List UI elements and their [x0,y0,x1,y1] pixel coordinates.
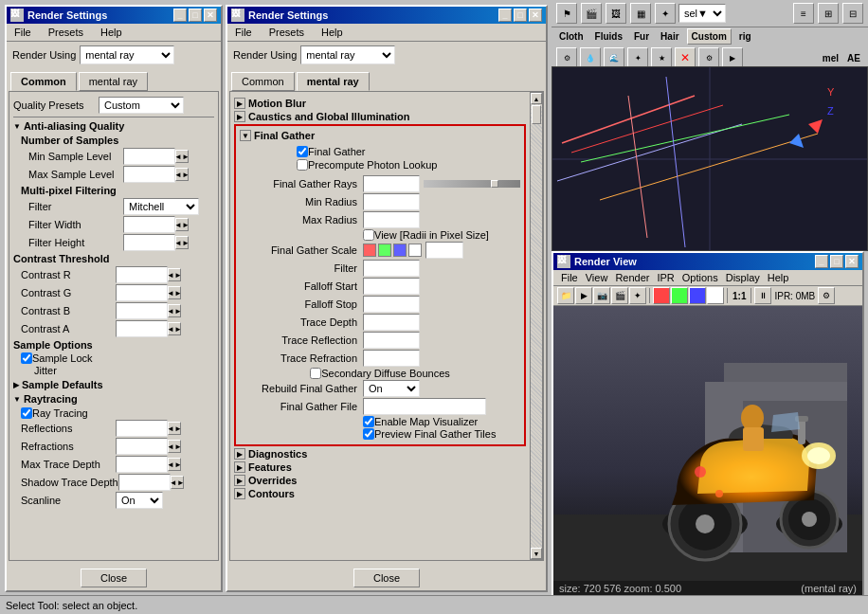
features-section[interactable]: ▶ Features [234,461,526,473]
filter-select[interactable]: Mitchell [123,198,199,215]
diagnostics-section[interactable]: ▶ Diagnostics [234,448,526,460]
fluids-menu[interactable]: Fluids [591,29,626,44]
maya-icon-render[interactable]: 🖼 [606,3,626,24]
ray-tracing-checkbox[interactable] [21,407,32,419]
maya-icon-right3[interactable]: ⊟ [842,3,863,24]
rv-icon-blue[interactable] [689,287,706,304]
min-sample-input[interactable]: 0 [123,148,175,165]
right-maximize-button[interactable]: □ [514,9,527,22]
ae-button[interactable]: AE [843,51,864,65]
secondary-diffuse-checkbox[interactable] [310,368,321,379]
contrast-a-input[interactable]: 0.100 [116,320,168,337]
scroll-thumb[interactable] [532,105,541,124]
maya-icon-right1[interactable]: ≡ [793,3,814,24]
select-mode-dropdown[interactable]: sel▼ [678,4,726,23]
cloth-menu[interactable]: Cloth [555,29,588,44]
precompute-checkbox[interactable] [297,159,308,171]
mel-button[interactable]: mel [819,51,842,65]
left-render-using-select[interactable]: mental ray [80,45,174,64]
trace-refraction-input[interactable]: 1 [363,350,420,367]
final-gather-checkbox[interactable] [297,146,308,157]
right-render-using-select[interactable]: mental ray [300,45,395,64]
left-menu-help[interactable]: Help [97,26,126,39]
final-gather-rays-slider[interactable] [424,180,520,188]
maya-icon-c[interactable]: 🌊 [604,47,624,68]
rv-icon-red[interactable] [653,287,670,304]
fg-file-input[interactable]: default/fgmap [363,398,486,415]
scanline-select[interactable]: On [116,492,163,509]
maya-icon-right2[interactable]: ⊞ [818,3,839,24]
right-close-button[interactable]: Close [353,569,420,587]
right-scrollbar[interactable]: ▲ ▼ [530,92,543,560]
overrides-section[interactable]: ▶ Overrides [234,475,526,486]
rv-icon-snap[interactable]: ✦ [629,287,646,304]
final-gather-header[interactable]: ▼ Final Gather [240,130,520,141]
right-tab-mental-ray[interactable]: mental ray [297,72,370,91]
sample-lock-checkbox[interactable] [21,352,32,364]
rv-close-button[interactable]: ✕ [845,255,859,268]
rv-menu-help[interactable]: Help [764,271,793,284]
maya-icon-e[interactable]: ★ [651,47,672,68]
final-gather-scale-input[interactable] [425,242,463,259]
right-tab-common[interactable]: Common [231,72,295,91]
view-radii-checkbox[interactable] [363,229,374,241]
final-gather-rays-input[interactable]: 2100 [363,175,420,192]
left-minimize-button[interactable]: _ [173,9,187,22]
maya-icon-3[interactable]: ▦ [630,3,651,24]
maya-icon-b[interactable]: 💧 [580,47,601,68]
maya-icon-a[interactable]: ⚙ [556,47,577,68]
swatch-r[interactable] [363,244,376,257]
left-menu-presets[interactable]: Presets [45,26,87,39]
filter-height-arrow[interactable]: ◄► [175,236,189,249]
contrast-r-arrow[interactable]: ◄► [168,268,181,281]
right-menu-file[interactable]: File [231,26,256,39]
trace-depth-input[interactable]: 2 [363,314,420,331]
contrast-g-input[interactable]: 0.100 [116,284,168,301]
rv-icon-film[interactable]: 🎬 [611,287,628,304]
max-trace-depth-input[interactable]: 2 [116,456,168,473]
maya-icon-d[interactable]: ✦ [627,47,648,68]
max-radius-input[interactable]: 474.000 [363,211,420,228]
left-close-button[interactable]: ✕ [204,9,217,22]
rv-icon-green[interactable] [671,287,688,304]
rv-minimize-button[interactable]: _ [815,255,828,268]
scroll-down-button[interactable]: ▼ [531,548,542,559]
scroll-up-button[interactable]: ▲ [531,93,542,104]
max-sample-input[interactable]: 2 [123,166,175,183]
maya-icon-f[interactable]: ⚙ [698,47,719,68]
swatch-a[interactable] [408,244,422,257]
shadow-trace-depth-input[interactable]: 2 [118,474,171,491]
left-close-button[interactable]: Close [81,569,147,587]
contrast-a-arrow[interactable]: ◄► [168,322,181,335]
maya-icon-film[interactable]: 🎬 [581,3,602,24]
fg-filter-input[interactable]: 0 [363,260,420,277]
maya-icon-4[interactable]: ✦ [655,3,676,24]
contours-section[interactable]: ▶ Contours [234,488,526,499]
shadow-trace-depth-arrow[interactable]: ◄► [171,476,184,489]
left-menu-file[interactable]: File [10,26,35,39]
maya-icon-g[interactable]: ▶ [722,47,743,68]
right-menu-help[interactable]: Help [317,26,347,39]
rv-icon-extra[interactable]: ⚙ [818,287,835,304]
maya-icon-x[interactable]: ✕ [675,47,696,68]
min-sample-arrow[interactable]: ◄► [175,150,189,163]
rv-icon-pause[interactable]: ⏸ [754,287,771,304]
motion-blur-section[interactable]: ▶ Motion Blur [234,98,526,109]
maya-icon-1[interactable]: ⚑ [556,3,577,24]
rv-icon-cam[interactable]: 📷 [593,287,610,304]
left-tab-common[interactable]: Common [10,72,77,91]
contrast-g-arrow[interactable]: ◄► [168,286,181,299]
hair-menu[interactable]: Hair [657,29,682,44]
refractions-arrow[interactable]: ◄► [168,440,181,453]
rv-menu-view[interactable]: View [582,271,612,284]
filter-height-input[interactable]: 4.0000 [123,234,175,251]
filter-width-input[interactable]: 4.0000 [123,216,175,233]
preview-tiles-checkbox[interactable] [363,428,374,440]
falloff-start-input[interactable]: 0.000 [363,278,420,295]
right-minimize-button[interactable]: _ [498,9,512,22]
fur-menu[interactable]: Fur [630,29,653,44]
rv-icon-file[interactable]: 📁 [557,287,574,304]
caustics-section[interactable]: ▶ Caustics and Global Illumination [234,111,526,122]
rv-menu-file[interactable]: File [557,271,582,284]
refractions-input[interactable]: 1 [116,438,168,455]
